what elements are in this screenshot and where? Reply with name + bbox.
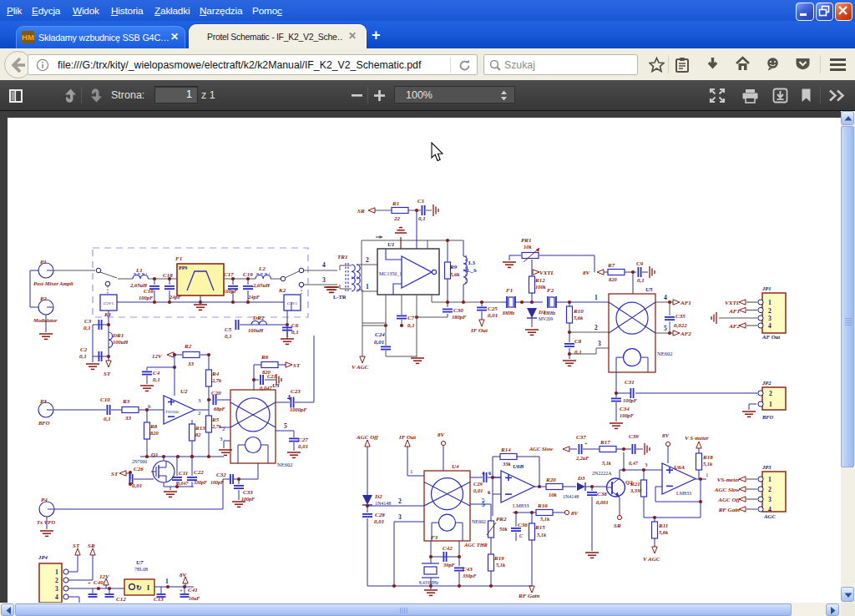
svg-text:C3: C3 (84, 318, 92, 325)
svg-text:22: 22 (393, 215, 401, 222)
svg-text:R12: R12 (534, 277, 545, 284)
svg-text:R13: R13 (195, 425, 205, 432)
svg-text:AGC Off: AGC Off (717, 497, 740, 503)
svg-text:AF1: AF1 (680, 300, 691, 306)
svg-text:C26: C26 (134, 466, 144, 472)
svg-text:C41: C41 (188, 587, 198, 593)
svg-text:C34: C34 (620, 406, 630, 412)
svg-text:33: 33 (124, 415, 132, 422)
svg-text:C23: C23 (291, 388, 301, 395)
svg-text:1: 1 (410, 468, 413, 475)
svg-text:IF Out: IF Out (470, 327, 488, 334)
svg-text:6: 6 (148, 403, 151, 410)
svg-text:Q1: Q1 (151, 452, 159, 458)
svg-text:AGC Slow: AGC Slow (714, 487, 740, 493)
svg-text:U6B: U6B (513, 463, 524, 470)
svg-text:R1: R1 (392, 200, 399, 207)
svg-text:1: 1 (768, 299, 772, 306)
svg-text:1: 1 (594, 294, 598, 301)
svg-text:2: 2 (768, 307, 772, 315)
svg-text:TH3300: TH3300 (165, 410, 180, 414)
svg-text:C13: C13 (154, 596, 164, 603)
svg-text:3,3M: 3,3M (630, 487, 642, 493)
svg-text:U1: U1 (387, 241, 395, 248)
svg-text:2,7k: 2,7k (211, 423, 222, 429)
svg-text:C43: C43 (463, 566, 473, 573)
svg-text:R10: R10 (573, 308, 584, 315)
svg-text:180pF: 180pF (452, 314, 467, 320)
svg-text:TR1: TR1 (337, 254, 347, 260)
svg-text:0,1: 0,1 (291, 329, 299, 336)
svg-text:4: 4 (768, 322, 772, 330)
svg-text:0,1: 0,1 (104, 416, 111, 422)
svg-text:2: 2 (398, 497, 402, 505)
svg-text:C4: C4 (153, 370, 160, 376)
svg-text:C6: C6 (291, 322, 299, 329)
svg-text:C5V1: C5V1 (104, 301, 114, 305)
svg-text:U5: U5 (645, 286, 653, 293)
svg-text:SR: SR (357, 208, 365, 215)
svg-text:3: 3 (220, 436, 223, 442)
svg-text:VXTL: VXTL (725, 300, 740, 306)
svg-text:4: 4 (664, 294, 667, 301)
svg-text:Tx VFO: Tx VFO (37, 519, 56, 525)
svg-text:4: 4 (482, 470, 485, 476)
svg-text:0,047: 0,047 (260, 385, 272, 391)
svg-text:AGC: AGC (763, 513, 776, 519)
svg-text:33k: 33k (502, 461, 512, 467)
svg-text:L1: L1 (135, 267, 143, 274)
svg-text:330pF: 330pF (193, 480, 207, 485)
svg-text:PR1: PR1 (521, 237, 531, 244)
svg-text:C38: C38 (597, 491, 607, 497)
svg-text:0,01: 0,01 (473, 487, 483, 493)
svg-text:6: 6 (488, 470, 492, 476)
svg-text:1: 1 (165, 578, 169, 585)
svg-text:0,022: 0,022 (674, 322, 687, 329)
svg-text:C16: C16 (144, 288, 154, 295)
svg-text:P3: P3 (40, 398, 47, 405)
svg-text:C5V1: C5V1 (287, 301, 297, 305)
svg-text:2: 2 (198, 410, 201, 417)
svg-text:8V: 8V (571, 510, 579, 517)
svg-text:Modulator: Modulator (33, 317, 58, 323)
svg-text:3: 3 (768, 315, 772, 322)
svg-text:C28: C28 (375, 512, 385, 518)
svg-text:0,1: 0,1 (418, 215, 426, 222)
svg-text:ST: ST (104, 371, 111, 377)
svg-text:4: 4 (768, 506, 772, 513)
svg-text:R11: R11 (658, 523, 668, 529)
svg-text:68pF: 68pF (214, 406, 226, 412)
svg-text:R18: R18 (702, 454, 713, 461)
svg-text:R6: R6 (261, 354, 269, 361)
svg-text:0,01: 0,01 (488, 312, 498, 319)
svg-text:0,01: 0,01 (298, 443, 308, 450)
svg-text:DR1: DR1 (112, 332, 124, 339)
svg-text:V AGC: V AGC (643, 556, 660, 563)
svg-text:8V: 8V (180, 572, 188, 578)
svg-text:AGC Slow: AGC Slow (529, 446, 554, 452)
svg-text:C2: C2 (80, 346, 88, 353)
svg-text:0,1: 0,1 (637, 277, 645, 284)
svg-text:DR2: DR2 (252, 315, 265, 321)
svg-text:0,1: 0,1 (153, 376, 160, 383)
svg-text:6: 6 (488, 489, 491, 495)
svg-text:C39: C39 (629, 433, 639, 440)
svg-text:2: 2 (55, 577, 58, 584)
svg-text:3: 3 (398, 513, 402, 521)
svg-text:100pF: 100pF (623, 397, 638, 403)
svg-text:2,2uF: 2,2uF (575, 455, 589, 461)
svg-text:C25: C25 (488, 305, 498, 312)
svg-text:SR: SR (614, 523, 621, 529)
svg-text:4: 4 (287, 394, 291, 401)
svg-text:24pF: 24pF (247, 294, 261, 300)
svg-text:ST: ST (111, 471, 119, 477)
svg-text:BFO: BFO (38, 420, 50, 426)
svg-text:PP9: PP9 (179, 265, 187, 270)
svg-text:RF Gain: RF Gain (518, 593, 539, 599)
svg-text:F1: F1 (175, 255, 182, 262)
svg-text:ST: ST (293, 362, 301, 369)
svg-text:R14: R14 (500, 447, 511, 453)
svg-text:C21: C21 (267, 373, 276, 379)
svg-text:5,1k: 5,1k (703, 461, 713, 467)
svg-text:LM833: LM833 (676, 491, 691, 496)
